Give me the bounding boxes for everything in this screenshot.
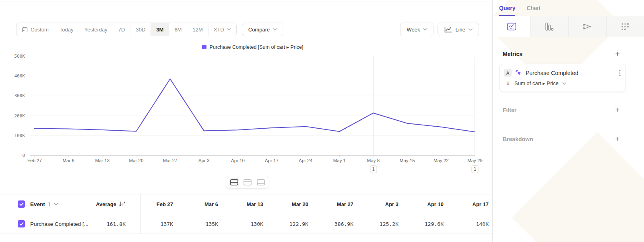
cell-value: 386.9K	[312, 221, 357, 227]
filter-section-header: Filter +	[503, 106, 620, 114]
y-tick-label: 100K	[7, 133, 25, 138]
metrics-section-header: Metrics +	[503, 50, 620, 58]
add-metric-button[interactable]: +	[615, 50, 620, 58]
x-tick-label: Apr 3	[188, 158, 220, 163]
range-yesterday[interactable]: Yesterday	[79, 23, 113, 36]
date-column-header[interactable]: Mar 6	[176, 201, 221, 207]
breakdown-section-header: Breakdown +	[503, 135, 620, 143]
metric-letter-badge: A	[504, 69, 512, 77]
x-tick-label: May 1	[323, 158, 355, 163]
range-xtd[interactable]: XTD	[208, 23, 236, 36]
annotation-badge[interactable]: 1	[472, 165, 479, 173]
x-tick-label: Mar 20	[120, 158, 152, 163]
table-column-divider	[140, 194, 141, 234]
watermark	[512, 132, 644, 242]
y-tick-label: 0	[7, 153, 25, 158]
kebab-menu-icon[interactable]	[619, 70, 621, 76]
breakdown-title: Breakdown	[503, 136, 533, 142]
tab-retention[interactable]	[606, 16, 644, 37]
split-view-button[interactable]	[229, 178, 239, 186]
row-name: Purchase Completed [...	[30, 221, 89, 227]
cell-value: 130K	[221, 221, 266, 227]
chart-type-button[interactable]: Line	[438, 23, 479, 36]
chevron-down-icon	[562, 82, 566, 85]
chart-type-label: Line	[455, 27, 465, 33]
results-table: Event 1 Average Feb 27Mar 6Mar 13Mar 20M…	[0, 194, 492, 242]
aggregation-label: Sum of cart ▸ Price	[514, 80, 559, 86]
date-column-header[interactable]: Feb 27	[131, 201, 176, 207]
date-column-header[interactable]: Apr 17	[447, 201, 492, 207]
tab-insights[interactable]	[493, 16, 530, 37]
range-3m[interactable]: 3M	[151, 23, 169, 36]
date-column-header[interactable]: Mar 13	[221, 201, 266, 207]
metric-event-name[interactable]: Purchase Completed	[526, 70, 578, 76]
compare-button[interactable]: Compare	[242, 23, 283, 36]
granularity-label: Week	[407, 27, 420, 33]
range-custom[interactable]: Custom	[17, 23, 54, 36]
insights-icon	[507, 23, 516, 31]
add-breakdown-button[interactable]: +	[615, 135, 620, 143]
x-tick-label: May 15	[391, 158, 423, 163]
toolbar: CustomTodayYesterday7D30D3M6M12MXTD Comp…	[16, 23, 283, 36]
range-today[interactable]: Today	[54, 23, 79, 36]
annotation-badge[interactable]: 1	[370, 165, 377, 173]
number-property-icon: #	[506, 81, 511, 86]
layout-toggle	[226, 176, 269, 189]
x-tick-label: Apr 10	[222, 158, 254, 163]
funnels-icon	[545, 23, 554, 31]
row-average-value: 161.8K	[107, 221, 126, 227]
sort-icon[interactable]	[119, 201, 126, 207]
tab-chart[interactable]: Chart	[526, 0, 540, 16]
cell-value: 140K	[447, 221, 492, 227]
granularity-button[interactable]: Week	[400, 23, 433, 36]
x-tick-label: May 29	[459, 158, 491, 163]
y-tick-label: 300K	[7, 93, 25, 98]
tab-funnels[interactable]	[530, 16, 568, 37]
date-column-header[interactable]: Mar 20	[266, 201, 312, 207]
tab-flows[interactable]	[568, 16, 606, 37]
select-all-checkbox[interactable]	[18, 200, 25, 208]
chart-legend: Purchase Completed [Sum of cart ▸ Price]	[30, 44, 475, 50]
table-row[interactable]: Purchase Completed [... 161.8K 137K135K1…	[0, 214, 492, 234]
line-chart[interactable]	[30, 56, 475, 158]
x-tick-label: Apr 24	[289, 158, 322, 163]
chevron-down-icon	[469, 28, 473, 31]
cell-value: 122.9K	[266, 221, 312, 227]
date-column-header[interactable]: Apr 10	[402, 201, 447, 207]
add-filter-button[interactable]: +	[615, 106, 620, 114]
series-legend-label: Purchase Completed [Sum of cart ▸ Price]	[210, 44, 303, 50]
tab-query[interactable]: Query	[499, 0, 515, 16]
range-6m[interactable]: 6M	[169, 23, 187, 36]
query-panel: Query Chart Metrics + A P	[492, 0, 644, 242]
cell-value: 137K	[131, 221, 176, 227]
date-column-header[interactable]: Mar 27	[312, 201, 357, 207]
range-7d[interactable]: 7D	[113, 23, 130, 36]
event-header-label: Event	[30, 201, 45, 207]
range-30d[interactable]: 30D	[130, 23, 151, 36]
date-header-cells: Feb 27Mar 6Mar 13Mar 20Mar 27Apr 3Apr 10…	[131, 201, 492, 207]
chevron-down-icon	[227, 28, 231, 31]
table-focus-button[interactable]	[256, 178, 266, 186]
date-column-header[interactable]: Apr 3	[357, 201, 402, 207]
cell-value: 135K	[176, 221, 221, 227]
insights-report: CustomTodayYesterday7D30D3M6M12MXTD Comp…	[0, 0, 644, 242]
y-tick-label: 500K	[7, 54, 25, 59]
metric-aggregation[interactable]: # Sum of cart ▸ Price	[504, 80, 621, 86]
event-header-label-group[interactable]: Event 1	[30, 201, 58, 207]
compare-label: Compare	[248, 27, 270, 33]
metric-card-row: A Purchase Completed	[504, 69, 621, 77]
chevron-down-icon	[54, 203, 58, 205]
event-click-icon	[515, 69, 522, 76]
x-tick-label: Mar 13	[86, 158, 118, 163]
chart-focus-button[interactable]	[242, 178, 253, 186]
row-checkbox[interactable]	[18, 220, 25, 227]
row-name-cell: Purchase Completed [...	[0, 220, 94, 227]
average-header-cell[interactable]: Average	[94, 201, 131, 207]
chevron-down-icon	[273, 28, 277, 31]
report-type-tabs	[493, 16, 644, 37]
metric-card[interactable]: A Purchase Completed # Sum of cart ▸ Pri…	[500, 64, 626, 92]
x-tick-label: May 8	[357, 158, 390, 163]
flows-icon	[582, 23, 592, 31]
chevron-down-icon	[423, 28, 427, 31]
range-12m[interactable]: 12M	[187, 23, 208, 36]
